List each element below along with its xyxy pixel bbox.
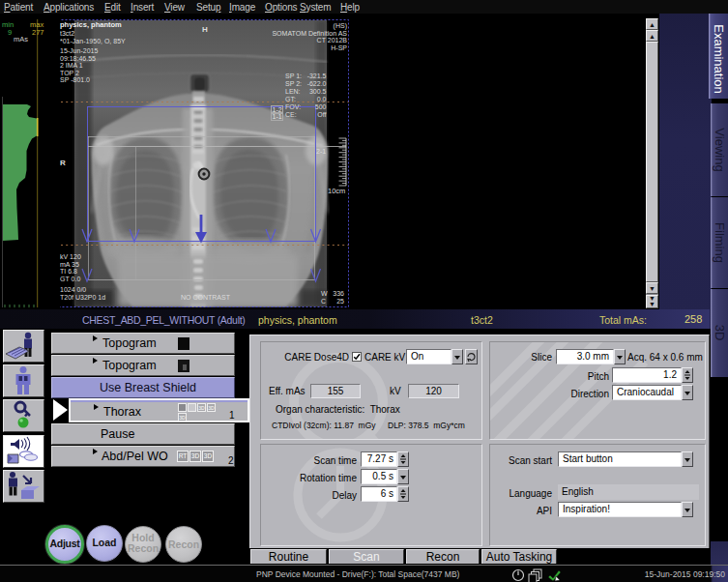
svg-text:mAs: mAs (14, 35, 28, 44)
svg-text:9: 9 (8, 28, 12, 37)
svg-text:277: 277 (32, 28, 44, 37)
